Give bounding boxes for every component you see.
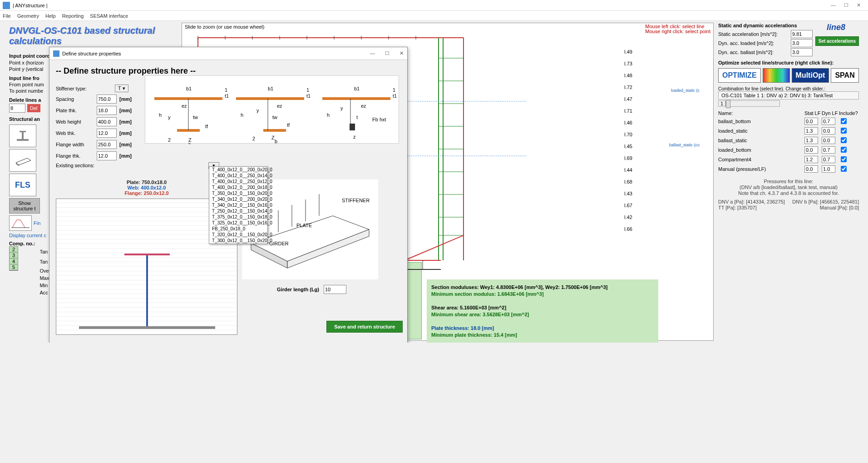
comb-inc-5[interactable] — [841, 166, 847, 172]
span-button[interactable]: SPAN — [831, 68, 858, 83]
minimize-icon[interactable]: — — [831, 2, 836, 8]
comb-stat-2[interactable] — [804, 137, 818, 144]
section-option-7[interactable]: T_250_0x12_0__150_0x14_0 — [209, 208, 267, 214]
svg-text:b1: b1 — [186, 86, 192, 91]
color-gradient-icon[interactable] — [763, 68, 790, 83]
svg-text:b1: b1 — [354, 86, 360, 91]
field-2-input[interactable] — [97, 117, 117, 126]
comb-stat-0[interactable] — [804, 118, 818, 125]
girder-length-label: Girder length (Lg) — [242, 287, 319, 292]
close-icon[interactable]: ✕ — [857, 2, 861, 8]
svg-text:b: b — [188, 142, 191, 144]
field-0-input[interactable] — [97, 95, 117, 104]
comb-stat-5[interactable] — [804, 165, 818, 173]
svg-text:b1: b1 — [268, 86, 273, 91]
delete-lines-input[interactable] — [9, 104, 25, 113]
section-option-3[interactable]: T_400_0x12_0__200_0x18_0 — [209, 184, 267, 190]
comb-header: OS-C101 Table 1 1: DNV a) 2: DNV b) 3: T… — [718, 91, 859, 100]
comb-dyn-5[interactable] — [822, 165, 835, 173]
dialog-minimize-icon[interactable]: — — [370, 50, 375, 56]
field-5-input[interactable] — [97, 151, 117, 160]
section-option-4[interactable]: T_350_0x12_0__150_0x20_0 — [209, 190, 267, 196]
static-accel-input[interactable] — [791, 30, 813, 38]
svg-text:tf: tf — [287, 122, 290, 128]
menu-geometry[interactable]: Geometry — [17, 13, 39, 19]
find-link[interactable]: Fin — [34, 220, 40, 226]
section-option-12[interactable]: T_300_0x12_0__150_0x20_0 — [209, 238, 267, 244]
section-option-9[interactable]: T_325_0x12_0__150_0x16_0 — [209, 220, 267, 226]
svg-text:ez: ez — [361, 103, 366, 109]
dyn-loaded-input[interactable] — [791, 39, 813, 47]
fls-button[interactable]: FLS — [9, 174, 36, 196]
comb-inc-4[interactable] — [841, 156, 847, 162]
section-option-6[interactable]: T_340_0x12_0__150_0x16_0 — [209, 202, 267, 208]
svg-rect-1 — [22, 132, 24, 139]
svg-text:h: h — [327, 112, 330, 118]
section-option-2[interactable]: T_400_0x12_0__250_0x12_0 — [209, 179, 267, 184]
comb-stat-3[interactable] — [804, 146, 818, 154]
svg-text:STIFFENER: STIFFENER — [342, 198, 370, 203]
delete-button[interactable]: Del — [27, 104, 40, 112]
svg-rect-0 — [17, 139, 29, 141]
girder-length-input[interactable] — [324, 285, 346, 294]
field-3-input[interactable] — [97, 129, 117, 138]
section-option-11[interactable]: T_320_0x12_0__150_0x20_0 — [209, 232, 267, 238]
comb-stat-4[interactable] — [804, 156, 818, 163]
svg-text:y: y — [340, 105, 343, 111]
menu-sesam[interactable]: SESAM interface — [90, 13, 128, 19]
display-current-link[interactable]: Display current c — [9, 233, 46, 238]
save-structure-button[interactable]: Save and return structure — [326, 321, 403, 333]
section-option-5[interactable]: T_340_0x12_0__200_0x20_0 — [209, 196, 267, 202]
comb-dyn-1[interactable] — [822, 127, 835, 134]
dialog-maximize-icon[interactable]: ☐ — [385, 50, 390, 56]
optimize-button[interactable]: OPTIMIZE — [718, 68, 761, 83]
menu-file[interactable]: File — [3, 13, 11, 19]
comb-inc-2[interactable] — [841, 137, 847, 143]
comb-inc-0[interactable] — [841, 118, 847, 124]
dyn-ballast-input[interactable] — [791, 48, 813, 56]
comb-inc-3[interactable] — [841, 147, 847, 153]
svg-text:y: y — [168, 115, 171, 120]
stiffener-type-select[interactable]: T ▾ — [115, 85, 128, 92]
svg-text:t1: t1 — [306, 93, 311, 99]
comp-table[interactable]: 2345 — [9, 246, 18, 271]
profile-plate-icon[interactable] — [9, 149, 36, 172]
load-chart-icon[interactable] — [9, 215, 32, 231]
comb-inc-1[interactable] — [841, 128, 847, 134]
svg-text:1: 1 — [393, 87, 395, 93]
dialog-close-icon[interactable]: ✕ — [399, 50, 404, 56]
title-text: | ANYstructure | — [13, 3, 48, 8]
app-icon — [3, 2, 10, 9]
sections-dropdown[interactable]: T_400_0x12_0__200_0x20_0T_400_0x12_0__25… — [209, 166, 268, 244]
field-4-input[interactable] — [97, 140, 117, 149]
svg-text:1: 1 — [225, 87, 227, 93]
svg-text:2: 2 — [168, 137, 171, 143]
comb-dyn-0[interactable] — [822, 118, 835, 125]
svg-rect-2 — [20, 131, 26, 132]
zoom-hint: Slide to zoom (or use mouse wheel) — [185, 24, 264, 30]
svg-line-22 — [404, 235, 464, 260]
menu-reporting[interactable]: Reporting — [62, 13, 84, 19]
combination-slider[interactable] — [725, 100, 780, 107]
section-option-10[interactable]: FB_250_0x18_0 — [209, 226, 267, 232]
section-option-1[interactable]: T_400_0x12_0__250_0x14_0 — [209, 173, 267, 179]
comb-dyn-3[interactable] — [822, 146, 835, 154]
svg-text:h: h — [159, 112, 162, 118]
comb-name-0: ballast_bottom — [718, 119, 804, 124]
section-option-8[interactable]: T_375_0x12_0__150_0x18_0 — [209, 214, 267, 220]
multiopt-button[interactable]: MultiOpt — [792, 68, 829, 83]
comb-name-1: loaded_static — [718, 128, 804, 134]
comb-dyn-4[interactable] — [822, 156, 835, 163]
field-1-input[interactable] — [97, 106, 117, 115]
show-structure-button[interactable]: Show structure t — [9, 198, 40, 214]
menubar: File Geometry Help Reporting SESAM inter… — [0, 11, 868, 21]
svg-rect-65 — [350, 124, 355, 130]
section-option-0[interactable]: T_400_0x12_0__200_0x20_0 — [209, 167, 267, 173]
comb-dyn-2[interactable] — [822, 137, 835, 144]
comb-name-4: Compartment4 — [718, 157, 804, 162]
menu-help[interactable]: Help — [45, 13, 56, 19]
profile-t-icon[interactable] — [9, 124, 36, 147]
maximize-icon[interactable]: ☐ — [844, 2, 848, 8]
comb-stat-1[interactable] — [804, 127, 818, 134]
set-accel-button[interactable]: Set accelerations — [815, 36, 859, 46]
